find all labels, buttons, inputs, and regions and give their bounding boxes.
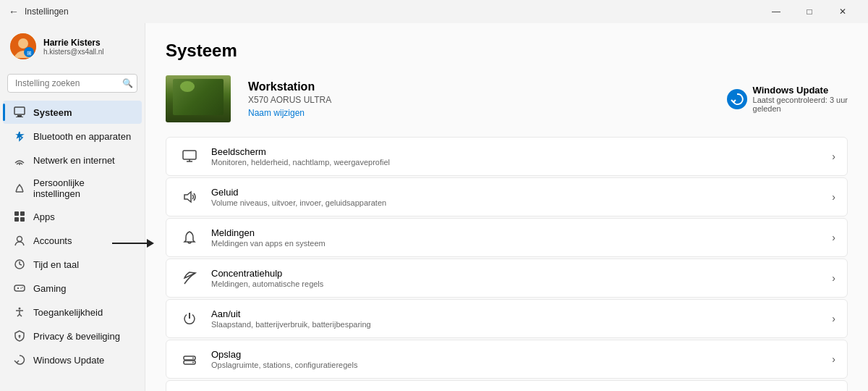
nav-icon-netwerk (13, 154, 26, 167)
sidebar-item-tijd[interactable]: Tijd en taal (3, 253, 142, 276)
nav-icon-apps (13, 210, 26, 223)
nav-label-gaming: Gaming (33, 283, 67, 294)
settings-item-beeldscherm[interactable]: Beeldscherm Monitoren, helderheid, nacht… (166, 137, 848, 176)
sidebar-item-systeem[interactable]: Systeem (3, 101, 142, 124)
search-box: 🔍 (7, 74, 137, 93)
rename-link[interactable]: Naam wijzigen (248, 108, 331, 118)
settings-icon-meldingen (178, 226, 201, 249)
svg-rect-5 (17, 115, 22, 117)
avatar: ⊞ (10, 33, 36, 59)
svg-point-24 (19, 335, 21, 337)
sidebar-item-netwerk[interactable]: Netwerk en internet (3, 148, 142, 172)
settings-icon-beeldscherm (178, 145, 201, 168)
settings-sub-opslag: Opslagruimte, stations, configuratierege… (211, 361, 826, 369)
nav-label-bluetooth: Bluetooth en apparaten (33, 131, 131, 142)
settings-text-concentratiehulp: Concentratiehulp Meldingen, automatische… (211, 268, 826, 288)
svg-point-22 (19, 308, 21, 310)
page-title: Systeem (166, 41, 848, 61)
settings-item-aanuit[interactable]: Aan/uit Slaapstand, batterijverbruik, ba… (166, 299, 848, 338)
user-email: h.kisters@xs4all.nl (43, 48, 104, 56)
windows-update-title: Windows Update (753, 85, 848, 96)
settings-list: Beeldscherm Monitoren, helderheid, nacht… (166, 137, 848, 391)
sidebar-item-apps[interactable]: Apps (3, 205, 142, 228)
device-name: Workstation (248, 80, 331, 93)
nav-icon-bluetooth (13, 130, 26, 143)
settings-title-aanuit: Aan/uit (211, 308, 826, 319)
svg-marker-29 (184, 192, 191, 202)
sidebar-item-bluetooth[interactable]: Bluetooth en apparaten (3, 125, 142, 148)
windows-update-subtitle: Laatst gecontroleerd: 3 uur (753, 96, 848, 104)
maximize-button[interactable]: □ (793, 0, 826, 23)
settings-text-geluid: Geluid Volume niveaus, uitvoer, invoer, … (211, 187, 826, 207)
settings-item-meldingen[interactable]: Meldingen Meldingen van apps en systeem … (166, 218, 848, 257)
svg-point-21 (22, 287, 23, 288)
settings-text-meldingen: Meldingen Meldingen van apps en systeem (211, 227, 826, 248)
device-model: X570 AORUS ULTRA (248, 95, 331, 105)
windows-update-icon (727, 89, 747, 109)
sidebar-item-toegankelijkheid[interactable]: Toegankelijkheid (3, 300, 142, 324)
title-bar: ← Instellingen — □ ✕ (0, 0, 868, 23)
settings-icon-delen (178, 388, 201, 391)
svg-rect-4 (14, 107, 25, 114)
svg-rect-6 (16, 117, 23, 117)
settings-item-opslag[interactable]: Opslag Opslagruimte, stations, configura… (166, 340, 848, 379)
settings-item-delen[interactable]: Delen in directe omgeving Detecteerbaarh… (166, 380, 848, 391)
settings-icon-geluid (178, 185, 201, 209)
svg-line-16 (20, 264, 22, 265)
windows-update-text: Windows Update Laatst gecontroleerd: 3 u… (753, 85, 848, 113)
svg-point-1 (18, 38, 28, 49)
device-info-row: Workstation X570 AORUS ULTRA Naam wijzig… (166, 75, 848, 122)
sidebar-item-privacy[interactable]: Privacy & beveiliging (3, 324, 142, 348)
svg-rect-12 (20, 217, 25, 222)
settings-text-opslag: Opslag Opslagruimte, stations, configura… (211, 349, 826, 369)
nav-icon-gaming (13, 282, 26, 295)
minimize-button[interactable]: — (760, 0, 793, 23)
nav-label-apps: Apps (33, 211, 55, 222)
svg-rect-10 (20, 211, 25, 216)
nav-label-persoonlijk: Persoonlijke instellingen (33, 177, 132, 199)
nav-icon-toegankelijkheid (13, 306, 26, 319)
settings-icon-opslag (178, 348, 201, 371)
search-input[interactable] (7, 74, 137, 93)
nav-list: Systeem Bluetooth en apparaten Netwerk e… (0, 100, 145, 372)
user-profile[interactable]: ⊞ Harrie Kisters h.kisters@xs4all.nl (0, 26, 145, 67)
settings-title-geluid: Geluid (211, 187, 826, 198)
sidebar-item-gaming[interactable]: Gaming (3, 277, 142, 300)
nav-icon-windowsupdate (13, 353, 26, 366)
settings-text-aanuit: Aan/uit Slaapstand, batterijverbruik, ba… (211, 308, 826, 329)
chevron-icon-aanuit: › (832, 313, 835, 324)
nav-label-tijd: Tijd en taal (33, 259, 79, 270)
title-bar-title: Instellingen (25, 7, 69, 17)
svg-rect-26 (183, 151, 196, 159)
svg-rect-11 (14, 217, 19, 222)
settings-text-beeldscherm: Beeldscherm Monitoren, helderheid, nacht… (211, 146, 826, 167)
settings-item-concentratiehulp[interactable]: Concentratiehulp Meldingen, automatische… (166, 258, 848, 298)
sidebar: ⊞ Harrie Kisters h.kisters@xs4all.nl 🔍 S… (0, 23, 145, 391)
settings-title-meldingen: Meldingen (211, 227, 826, 238)
settings-title-beeldscherm: Beeldscherm (211, 146, 826, 157)
chevron-icon-opslag: › (832, 353, 835, 365)
svg-point-31 (192, 358, 194, 359)
nav-label-netwerk: Netwerk en internet (33, 155, 115, 166)
sidebar-item-windowsupdate[interactable]: Windows Update (3, 348, 142, 371)
nav-label-toegankelijkheid: Toegankelijkheid (33, 307, 103, 318)
settings-sub-meldingen: Meldingen van apps en systeem (211, 239, 826, 248)
nav-label-privacy: Privacy & beveiliging (33, 331, 120, 342)
chevron-icon-beeldscherm: › (832, 151, 835, 162)
svg-point-13 (17, 237, 22, 242)
sidebar-item-persoonlijk[interactable]: Persoonlijke instellingen (3, 172, 142, 204)
nav-icon-systeem (13, 106, 26, 119)
nav-icon-persoonlijk (13, 182, 26, 195)
close-button[interactable]: ✕ (826, 0, 859, 23)
nav-icon-accounts (13, 234, 26, 247)
search-icon[interactable]: 🔍 (122, 78, 133, 88)
chevron-icon-concentratiehulp: › (832, 272, 835, 284)
windows-update-subtitle2: geleden (753, 104, 848, 113)
back-icon[interactable]: ← (9, 6, 19, 17)
nav-icon-tijd (13, 258, 26, 271)
chevron-icon-meldingen: › (832, 232, 835, 243)
chevron-icon-geluid: › (832, 191, 835, 203)
settings-item-geluid[interactable]: Geluid Volume niveaus, uitvoer, invoer, … (166, 177, 848, 216)
settings-icon-concentratiehulp (178, 266, 201, 290)
settings-title-opslag: Opslag (211, 349, 826, 360)
